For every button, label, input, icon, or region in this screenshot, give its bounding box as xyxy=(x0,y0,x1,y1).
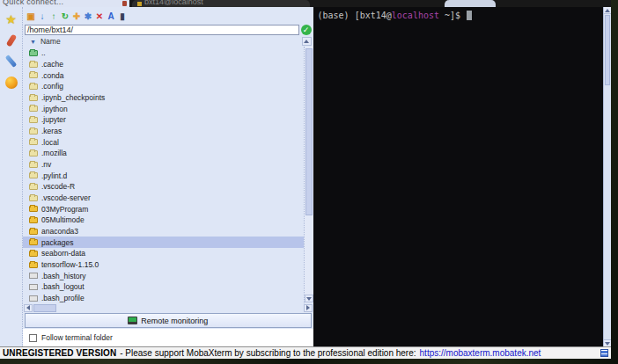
file-icon xyxy=(29,273,38,279)
terminal-scrollbar[interactable] xyxy=(603,7,611,346)
quick-connect-input[interactable]: Quick connect... xyxy=(3,0,129,6)
download-icon[interactable]: ↓ xyxy=(37,10,48,22)
file-row[interactable]: .vscode-server xyxy=(23,193,304,204)
session-mini-icon xyxy=(122,1,127,6)
terminal-scroll-thumb[interactable] xyxy=(605,15,610,85)
terminal-scroll-down-button[interactable] xyxy=(604,339,611,346)
file-row[interactable]: packages xyxy=(23,237,304,248)
prompt-prefix: (base) [bxt14@ xyxy=(318,11,392,20)
file-row[interactable]: .ipython xyxy=(23,103,304,114)
file-name: .cache xyxy=(41,60,63,69)
file-name: .mozilla xyxy=(41,149,67,157)
file-area: ...cache.conda.config.ipynb_checkpoints.… xyxy=(23,47,313,303)
folder-icon xyxy=(29,251,38,257)
file-list-hscrollbar[interactable] xyxy=(23,303,313,312)
file-row[interactable]: anaconda3 xyxy=(23,226,304,237)
folder-icon xyxy=(29,229,38,235)
star-glyph: ★ xyxy=(5,13,17,25)
file-row[interactable]: 05Multimode xyxy=(23,215,304,226)
folder-icon xyxy=(29,262,38,268)
main-body: ★ ▣↓↑↻✚✱✕A▮ /home/bxt14/ ✓ ▼ Name xyxy=(0,7,611,346)
tools-icon[interactable] xyxy=(4,33,18,47)
file-row[interactable]: .bash_profile xyxy=(23,293,304,303)
file-name: anaconda3 xyxy=(41,227,78,236)
new-folder-icon[interactable]: ✚ xyxy=(71,10,82,22)
file-row[interactable]: .vscode-R xyxy=(23,181,304,193)
terminal-tab-icon xyxy=(137,2,142,6)
file-row[interactable]: .cache xyxy=(23,59,304,70)
file-row[interactable]: .nv xyxy=(23,159,304,171)
scroll-left-button[interactable] xyxy=(24,304,33,312)
folder-icon xyxy=(29,128,38,135)
pencil-glyph xyxy=(5,55,17,68)
file-list-vscrollbar[interactable] xyxy=(304,47,313,303)
ball-glyph xyxy=(5,76,18,89)
folder-icon xyxy=(29,62,38,68)
file-row[interactable]: .mozilla xyxy=(23,148,304,159)
hscroll-thumb[interactable] xyxy=(33,304,56,312)
sync-icon[interactable]: ✱ xyxy=(83,10,93,22)
file-name: .nv xyxy=(41,160,51,169)
upload-icon[interactable]: ↑ xyxy=(48,10,59,22)
open-folder-icon[interactable]: ▣ xyxy=(26,10,36,22)
file-row[interactable]: seaborn-data xyxy=(23,248,304,259)
file-row[interactable]: .jupyter xyxy=(23,114,304,126)
file-row[interactable]: .local xyxy=(23,136,304,148)
scroll-down-button[interactable] xyxy=(305,295,313,302)
scroll-up-button[interactable] xyxy=(302,37,312,46)
folder-icon xyxy=(29,184,38,190)
file-name: tensorflow-1.15.0 xyxy=(41,260,99,269)
file-row[interactable]: 03MyProgram xyxy=(23,203,304,215)
folder-icon xyxy=(29,172,38,178)
terminal-scroll-up-button[interactable] xyxy=(604,7,611,14)
file-name: packages xyxy=(41,238,73,247)
remote-monitoring-button[interactable]: Remote monitoring xyxy=(25,313,312,328)
folder-icon xyxy=(29,84,38,90)
file-row[interactable]: .conda xyxy=(23,69,304,81)
name-column-header[interactable]: Name xyxy=(40,37,61,46)
sftp-ball-icon[interactable] xyxy=(4,75,18,90)
file-row[interactable]: .. xyxy=(23,47,304,59)
status-grid-icon[interactable] xyxy=(600,349,608,357)
sessions-star-icon[interactable]: ★ xyxy=(4,11,18,26)
macros-pencil-icon[interactable] xyxy=(4,54,18,69)
path-go-button[interactable]: ✓ xyxy=(301,25,312,35)
file-name: .conda xyxy=(41,71,64,80)
file-row[interactable]: .config xyxy=(23,81,304,92)
path-input[interactable]: /home/bxt14/ xyxy=(25,25,299,35)
file-row[interactable]: tensorflow-1.15.0 xyxy=(23,259,304,271)
file-row[interactable]: .bash_history xyxy=(23,270,304,281)
mobatek-link[interactable]: https://mobaxterm.mobatek.net xyxy=(420,348,541,358)
up-arrow-icon xyxy=(605,9,610,12)
file-icon xyxy=(29,295,38,302)
left-arrow-icon xyxy=(26,305,30,310)
status-bar: UNREGISTERED VERSION - Please support Mo… xyxy=(0,346,611,359)
file-list-header[interactable]: ▼ Name xyxy=(23,36,313,47)
up-arrow-icon xyxy=(304,40,309,43)
file-name: .ipython xyxy=(41,105,68,113)
parent-folder-icon xyxy=(29,50,38,56)
folder-icon xyxy=(29,195,38,201)
delete-icon[interactable]: ✕ xyxy=(94,10,105,22)
file-name: .vscode-server xyxy=(41,193,91,202)
folder-icon xyxy=(29,206,38,212)
file-row[interactable]: .keras xyxy=(23,126,304,137)
quick-connect-area[interactable]: Quick connect... xyxy=(0,0,129,7)
refresh-icon[interactable]: ↻ xyxy=(60,10,70,22)
file-name: .config xyxy=(41,82,63,91)
vscroll-thumb[interactable] xyxy=(305,48,313,215)
file-row[interactable]: .ipynb_checkpoints xyxy=(23,92,304,104)
folder-icon xyxy=(29,139,38,145)
tab-new-inactive[interactable] xyxy=(445,0,496,7)
scroll-right-button[interactable] xyxy=(304,304,313,312)
file-row[interactable]: .bash_logout xyxy=(23,281,304,293)
down-arrow-icon xyxy=(605,342,610,346)
follow-terminal-folder-checkbox[interactable] xyxy=(29,334,37,342)
remote-monitoring-label: Remote monitoring xyxy=(141,317,208,325)
path-row: /home/bxt14/ ✓ xyxy=(23,24,313,36)
file-row[interactable]: .pylint.d xyxy=(23,170,304,181)
edit-pen-icon[interactable]: ▮ xyxy=(117,10,128,22)
encoding-icon[interactable]: A xyxy=(106,10,116,22)
tab-terminal-active[interactable]: bxt14@localhost xyxy=(132,0,310,7)
terminal[interactable]: (base) [bxt14@localhost ~]$ I xyxy=(313,7,604,346)
